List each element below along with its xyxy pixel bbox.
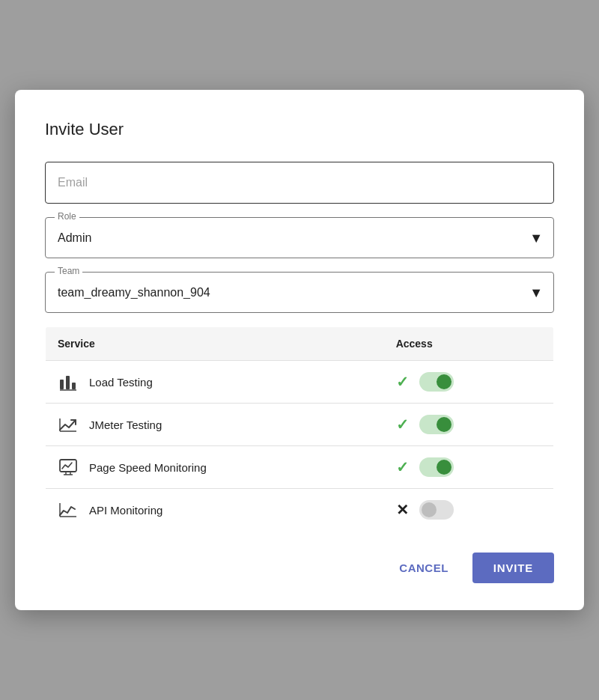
- role-label: Role: [55, 211, 79, 222]
- check-icon: ✓: [396, 416, 409, 433]
- service-cell-load-testing: Load Testing: [46, 361, 351, 404]
- svg-rect-6: [60, 460, 76, 472]
- role-field-wrapper: Role Admin Viewer Editor ▼: [45, 217, 554, 258]
- access-cell-load-testing: ✓: [351, 361, 554, 404]
- line-chart-icon: [58, 499, 79, 520]
- role-select[interactable]: Admin Viewer Editor: [46, 218, 553, 258]
- cross-icon: ✕: [396, 501, 409, 519]
- access-cell-api-monitoring: ✕: [351, 489, 554, 532]
- team-select[interactable]: team_dreamy_shannon_904: [46, 273, 553, 312]
- col-service: Service: [46, 327, 351, 361]
- service-name-api-monitoring: API Monitoring: [89, 504, 162, 517]
- table-row: Page Speed Monitoring ✓: [46, 446, 554, 489]
- team-label: Team: [55, 266, 82, 276]
- modal-title: Invite User: [45, 120, 554, 139]
- check-icon: ✓: [396, 373, 409, 391]
- table-row: API Monitoring ✕: [46, 489, 554, 532]
- toggle-page-speed[interactable]: [419, 457, 454, 477]
- modal-footer: CANCEL INVITE: [45, 553, 554, 583]
- invite-button[interactable]: INVITE: [472, 553, 554, 583]
- service-name-jmeter-testing: JMeter Testing: [89, 419, 162, 431]
- service-cell-api-monitoring: API Monitoring: [46, 489, 351, 532]
- invite-user-modal: Invite User Role Admin Viewer Editor ▼ T…: [15, 90, 584, 610]
- toggle-load-testing[interactable]: [419, 372, 454, 392]
- col-access: Access: [351, 327, 554, 361]
- service-name-load-testing: Load Testing: [89, 376, 153, 389]
- services-table: Service Access Load Testing ✓: [45, 326, 554, 532]
- svg-rect-2: [72, 383, 76, 389]
- monitor-chart-icon: [58, 457, 79, 478]
- service-name-page-speed: Page Speed Monitoring: [89, 461, 207, 474]
- table-row: Load Testing ✓: [46, 361, 554, 404]
- toggle-api-monitoring[interactable]: [419, 500, 454, 520]
- table-row: JMeter Testing ✓: [46, 404, 554, 446]
- service-cell-jmeter-testing: JMeter Testing: [46, 404, 351, 446]
- toggle-jmeter-testing[interactable]: [419, 415, 454, 434]
- service-cell-page-speed: Page Speed Monitoring: [46, 446, 351, 489]
- bar-chart-icon: [58, 371, 79, 392]
- trending-up-icon: [58, 414, 79, 435]
- access-cell-jmeter-testing: ✓: [351, 404, 554, 446]
- table-header: Service Access: [46, 327, 554, 361]
- team-field-wrapper: Team team_dreamy_shannon_904 ▼: [45, 272, 554, 313]
- svg-rect-0: [60, 380, 64, 389]
- email-field[interactable]: [45, 162, 554, 204]
- svg-rect-1: [66, 376, 70, 389]
- cancel-button[interactable]: CANCEL: [387, 554, 460, 582]
- check-icon: ✓: [396, 458, 409, 476]
- access-cell-page-speed: ✓: [351, 446, 554, 489]
